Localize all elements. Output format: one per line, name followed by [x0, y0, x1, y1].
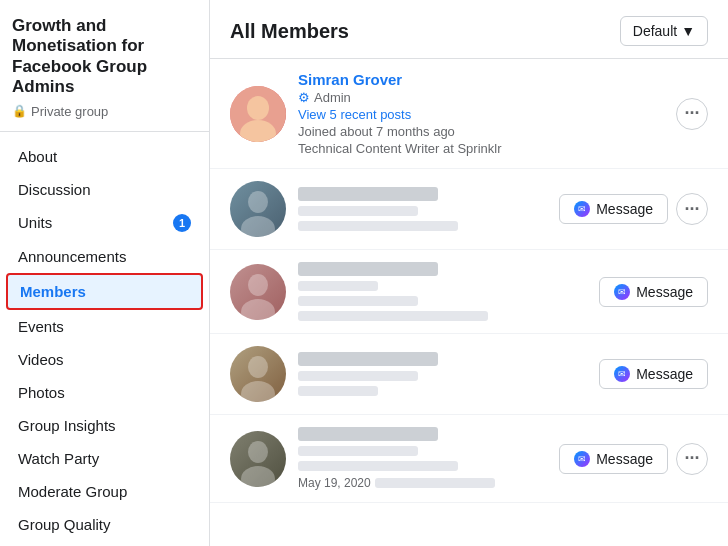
sidebar-item-label: Photos: [18, 384, 65, 401]
blurred-content: [298, 371, 418, 381]
svg-point-14: [248, 441, 268, 463]
sidebar-nav: AboutDiscussionUnits1AnnouncementsMember…: [0, 140, 209, 541]
member-info: Simran Grover ⚙ Admin View 5 recent post…: [298, 71, 664, 156]
messenger-icon: ✉: [614, 284, 630, 300]
sidebar-item-discussion[interactable]: Discussion: [6, 173, 203, 206]
message-button[interactable]: ✉Message: [599, 277, 708, 307]
sidebar-item-members[interactable]: Members➡: [6, 273, 203, 310]
table-row: ✉Message: [210, 250, 728, 334]
sidebar-item-label: Videos: [18, 351, 64, 368]
lock-icon: 🔒: [12, 104, 27, 118]
blurred-content: [298, 281, 378, 291]
blurred-content: [298, 427, 438, 441]
blurred-content: [298, 311, 488, 321]
joined-meta: Joined about 7 months ago: [298, 124, 664, 139]
svg-point-1: [247, 96, 269, 120]
table-row: ✉Message···: [210, 169, 728, 250]
sidebar-item-events[interactable]: Events: [6, 310, 203, 343]
member-actions: ✉Message: [599, 277, 708, 307]
sidebar-item-label: Group Quality: [18, 516, 111, 533]
sort-button[interactable]: Default ▼: [620, 16, 708, 46]
svg-point-11: [248, 356, 268, 378]
table-row: ✉Message: [210, 334, 728, 415]
sidebar-item-group-quality[interactable]: Group Quality: [6, 508, 203, 541]
page-title: All Members: [230, 20, 349, 43]
member-actions: ···: [676, 98, 708, 130]
messenger-icon: ✉: [614, 366, 630, 382]
blurred-content: [298, 221, 458, 231]
sidebar-item-label: Discussion: [18, 181, 91, 198]
member-actions: ✉Message: [599, 359, 708, 389]
sidebar-item-watch-party[interactable]: Watch Party: [6, 442, 203, 475]
sidebar: Growth and Monetisation for Facebook Gro…: [0, 0, 210, 546]
sidebar-item-about[interactable]: About: [6, 140, 203, 173]
blurred-content: [298, 296, 418, 306]
member-info: May 19, 2020: [298, 427, 547, 490]
sidebar-item-group-insights[interactable]: Group Insights: [6, 409, 203, 442]
sidebar-header: Growth and Monetisation for Facebook Gro…: [0, 12, 209, 132]
group-title: Growth and Monetisation for Facebook Gro…: [12, 16, 197, 98]
main-content: All Members Default ▼ Simran Grover ⚙ Ad…: [210, 0, 728, 546]
sidebar-item-label: Watch Party: [18, 450, 99, 467]
sidebar-item-announcements[interactable]: Announcements: [6, 240, 203, 273]
member-name[interactable]: Simran Grover: [298, 71, 664, 88]
member-role: ⚙ Admin: [298, 90, 664, 105]
member-actions: ✉Message···: [559, 443, 708, 475]
sidebar-item-units[interactable]: Units1: [6, 206, 203, 240]
sidebar-item-moderate-group[interactable]: Moderate Group: [6, 475, 203, 508]
blurred-content: [298, 206, 418, 216]
private-label: 🔒 Private group: [12, 104, 197, 119]
main-header: All Members Default ▼: [210, 0, 728, 59]
admin-badge-icon: ⚙: [298, 90, 310, 105]
member-info: [298, 262, 587, 321]
more-options-button[interactable]: ···: [676, 443, 708, 475]
member-info: [298, 352, 587, 396]
message-button[interactable]: ✉Message: [559, 194, 668, 224]
avatar: [230, 181, 286, 237]
avatar: [230, 431, 286, 487]
blurred-content: [298, 461, 458, 471]
message-button[interactable]: ✉Message: [559, 444, 668, 474]
blurred-content: [298, 352, 438, 366]
member-date: May 19, 2020: [298, 476, 371, 490]
sidebar-item-label: Units: [18, 214, 52, 231]
member-actions: ✉Message···: [559, 193, 708, 225]
table-row: May 19, 2020✉Message···: [210, 415, 728, 503]
sidebar-item-label: Events: [18, 318, 64, 335]
sidebar-item-label: Members: [20, 283, 86, 300]
sidebar-item-videos[interactable]: Videos: [6, 343, 203, 376]
messenger-icon: ✉: [574, 201, 590, 217]
sidebar-badge: 1: [173, 214, 191, 232]
more-options-button[interactable]: ···: [676, 98, 708, 130]
sidebar-item-photos[interactable]: Photos: [6, 376, 203, 409]
table-row: Simran Grover ⚙ Admin View 5 recent post…: [210, 59, 728, 169]
svg-point-5: [248, 191, 268, 213]
blurred-content: [298, 262, 438, 276]
messenger-icon: ✉: [574, 451, 590, 467]
sidebar-item-label: Group Insights: [18, 417, 116, 434]
message-button[interactable]: ✉Message: [599, 359, 708, 389]
svg-point-8: [248, 274, 268, 296]
more-options-button[interactable]: ···: [676, 193, 708, 225]
view-posts-link[interactable]: View 5 recent posts: [298, 107, 664, 122]
sidebar-item-label: Moderate Group: [18, 483, 127, 500]
member-info: [298, 187, 547, 231]
blurred-content: [298, 446, 418, 456]
blurred-content: [298, 386, 378, 396]
members-list: Simran Grover ⚙ Admin View 5 recent post…: [210, 59, 728, 546]
avatar: [230, 86, 286, 142]
avatar: [230, 346, 286, 402]
sidebar-item-label: About: [18, 148, 57, 165]
blurred-content: [375, 478, 495, 488]
sidebar-item-label: Announcements: [18, 248, 126, 265]
chevron-down-icon: ▼: [681, 23, 695, 39]
occupation-meta: Technical Content Writer at Sprinklr: [298, 141, 664, 156]
role-label: Admin: [314, 90, 351, 105]
avatar: [230, 264, 286, 320]
blurred-content: [298, 187, 438, 201]
